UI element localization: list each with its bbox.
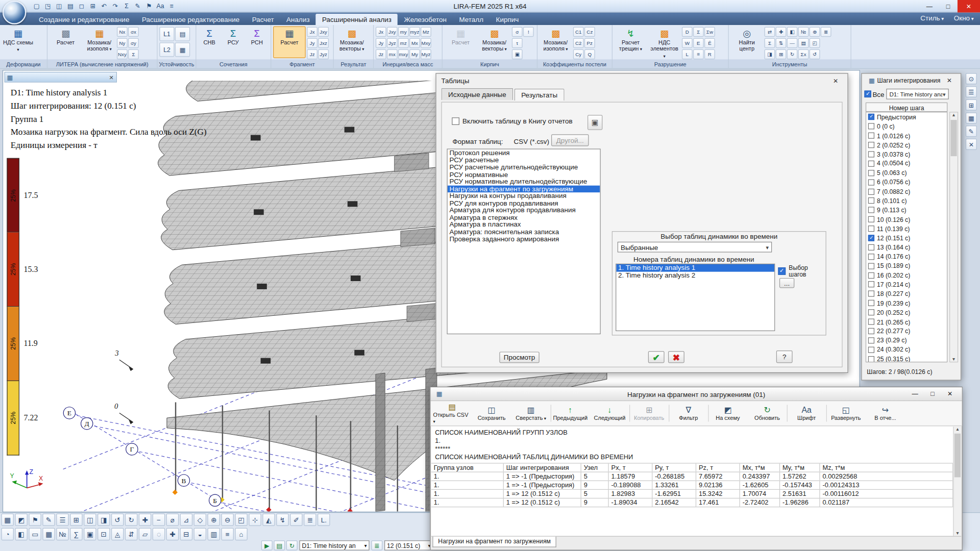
ribbon-tab[interactable]: Создание и редактирование	[33, 14, 136, 25]
table-list-item[interactable]: Нагрузки на контуры продавливания	[448, 192, 600, 199]
table-list-item[interactable]: РСУ расчетные длительнодействующие	[448, 164, 600, 171]
ribbon-small-icon[interactable]: Mx	[409, 38, 420, 48]
sum-tool-icon[interactable]: ∑	[70, 528, 82, 540]
step-checkbox[interactable]	[868, 188, 874, 194]
integration-step-row[interactable]: 16 (0.202 с)	[866, 270, 947, 280]
step-checkbox[interactable]	[868, 244, 874, 251]
ribbon-small-icon[interactable]: E	[693, 38, 704, 48]
refresh-button[interactable]: ↻ Обновить	[748, 402, 787, 424]
ribbon-small-icon[interactable]: ▦	[175, 42, 190, 57]
ribbon-small-icon[interactable]: ◰	[810, 38, 820, 48]
scroll-up-icon[interactable]: ▲	[955, 427, 960, 431]
checkbox-box[interactable]	[864, 91, 871, 97]
copy-button[interactable]: ⊞ Копировать	[630, 402, 668, 424]
mask-icon[interactable]: ◧	[15, 528, 27, 540]
ribbon-small-icon[interactable]: Σ	[128, 49, 139, 60]
plus-tool-icon[interactable]: ✚	[166, 528, 179, 540]
animation-icon[interactable]: ↻	[286, 540, 298, 550]
scroll-down-icon[interactable]: ▼	[950, 357, 958, 361]
plane-icon[interactable]: ◇	[194, 514, 206, 526]
result-mosaic-button[interactable]: ▩ Мозаика/векторы	[336, 26, 369, 58]
step-checkbox[interactable]	[868, 356, 874, 362]
window-menu[interactable]: Окно	[954, 14, 974, 22]
scrollbar-thumb[interactable]	[950, 120, 957, 156]
ribbon-small-icon[interactable]: Mz	[421, 27, 431, 37]
ribbon-tab[interactable]: Кирпич	[489, 14, 525, 25]
tables-mode-icon[interactable]: ▤	[274, 540, 285, 550]
ribbon-tab[interactable]: Металл	[453, 14, 489, 25]
scroll-up-icon[interactable]: ▲	[951, 112, 955, 117]
panel-grid-icon[interactable]: ⊞	[966, 99, 977, 111]
sphere-icon[interactable]: ◒	[194, 528, 206, 540]
ribbon-small-icon[interactable]: L	[682, 49, 693, 60]
table-row[interactable]: 1. 1 => -1 (Предыстория) 9 -0.189088 1.3…	[431, 481, 953, 490]
ribbon-small-icon[interactable]: σy	[128, 38, 139, 48]
step-checkbox[interactable]	[868, 161, 874, 167]
panel-chart-icon[interactable]: ▦	[966, 112, 977, 123]
save-button[interactable]: ◫ Сохранить	[473, 402, 511, 424]
ribbon-small-icon[interactable]: My	[409, 49, 420, 60]
ribbon-small-icon[interactable]: Jyz	[387, 38, 398, 48]
frame-icon[interactable]: ▭	[29, 528, 41, 540]
dynamics-icon[interactable]: ↯	[276, 514, 288, 526]
panel-list-icon[interactable]: ☰	[966, 86, 977, 97]
grid-icon[interactable]: ⊞	[70, 514, 82, 526]
bed-mosaic-button[interactable]: ▩ Мозаика/изополя	[540, 26, 572, 58]
ribbon-small-icon[interactable]: R	[704, 49, 715, 60]
redo-view-icon[interactable]: ↻	[125, 514, 137, 526]
dialog-tab[interactable]: Результаты	[514, 89, 565, 101]
step-selection-checkbox[interactable]: Выбор шагов	[778, 264, 825, 278]
ribbon-small-icon[interactable]: mx	[387, 49, 398, 60]
result-mode-icon[interactable]: ▶	[261, 540, 273, 550]
step-checkbox[interactable]	[868, 216, 874, 222]
ribbon-small-icon[interactable]: C2	[573, 38, 584, 48]
ribbon-small-icon[interactable]: ◧	[787, 27, 798, 37]
column-header[interactable]: Px, т	[609, 464, 653, 472]
rsu-button[interactable]: Σ РСУ	[222, 26, 244, 58]
add-icon[interactable]: ✚	[139, 514, 151, 526]
ribbon-tab[interactable]: Анализ	[280, 14, 316, 25]
results-scrollbar[interactable]: ▲ ▼	[953, 427, 961, 536]
ribbon-small-icon[interactable]: Σх	[798, 49, 809, 60]
integration-step-row[interactable]: 18 (0.227 с)	[866, 289, 947, 298]
ribbon-small-icon[interactable]: ≣	[821, 27, 831, 37]
close-button[interactable]: ✕	[958, 0, 980, 12]
minus-tool-icon[interactable]: ⊟	[180, 528, 192, 540]
results-minimize-button[interactable]: —	[907, 388, 923, 399]
step-checkbox[interactable]	[868, 254, 874, 260]
integration-step-row[interactable]: 15 (0.189 с)	[866, 261, 947, 270]
step-checkbox[interactable]	[868, 346, 874, 353]
node-icon[interactable]: ⊡	[97, 528, 110, 540]
ribbon-small-icon[interactable]: !	[523, 27, 534, 37]
ribbon-small-icon[interactable]: Σ	[693, 27, 704, 37]
integration-step-row[interactable]: 25 (0.315 с)	[866, 354, 947, 362]
step-checkbox[interactable]	[868, 328, 874, 334]
results-maximize-button[interactable]: □	[924, 388, 941, 399]
app-logo[interactable]	[3, 1, 27, 24]
step-combo[interactable]: 12 (0.151 с)	[384, 540, 433, 550]
dyn-table-item[interactable]: 1. Time history analysis 1	[616, 264, 774, 271]
table-list-item[interactable]: Арматура в пластинах	[448, 221, 600, 228]
next-button[interactable]: ↓ Следующий	[591, 402, 629, 424]
integration-step-row[interactable]: 1 (0.0126 с)	[866, 131, 947, 140]
to-scheme-button[interactable]: ◩ На схему	[709, 402, 747, 424]
step-checkbox[interactable]	[868, 337, 874, 343]
scrollbar-thumb[interactable]	[954, 434, 961, 478]
ribbon-small-icon[interactable]: ▤	[175, 27, 190, 41]
step-checkbox[interactable]	[868, 114, 874, 120]
zoom-in-icon[interactable]: ⊕	[208, 514, 220, 526]
litera-calc-button[interactable]: ▩ Расчет	[50, 26, 82, 58]
column-header[interactable]: Pz, т	[696, 464, 740, 472]
integration-step-row[interactable]: 21 (0.265 с)	[866, 317, 947, 327]
integration-step-row[interactable]: 8 (0.101 с)	[866, 196, 947, 206]
table-list-item[interactable]: Проверка заданного армирования	[448, 236, 600, 243]
integration-step-row[interactable]: 11 (0.139 с)	[866, 224, 947, 233]
integration-step-row[interactable]: 5 (0.063 с)	[866, 168, 947, 178]
ribbon-small-icon[interactable]: ▤	[798, 38, 809, 48]
open-file-icon[interactable]: ◳	[42, 1, 53, 11]
ribbon-tab[interactable]: Расширенный анализ	[316, 14, 398, 25]
ribbon-small-icon[interactable]: σx	[128, 27, 139, 37]
ribbon-small-icon[interactable]: Jxy	[318, 27, 329, 37]
ribbon-small-icon[interactable]: ▣	[512, 49, 523, 60]
step-checkbox[interactable]	[868, 319, 874, 325]
